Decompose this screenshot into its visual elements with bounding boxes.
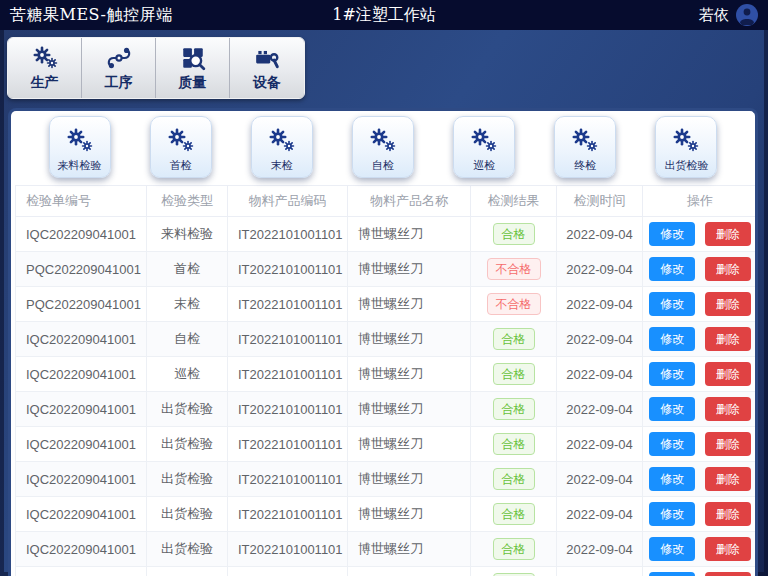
- cell-date: 2022-09-04: [557, 217, 643, 252]
- table-row: IQC202209041001 出货检验 IT2022101001101 博世螺…: [16, 392, 758, 427]
- delete-button[interactable]: 删除: [705, 432, 751, 456]
- edit-button[interactable]: 修改: [649, 257, 695, 281]
- tab-production-label: 生产: [31, 74, 59, 92]
- cell-order-no: IQC202209041001: [16, 497, 147, 532]
- col-header-date: 检测时间: [557, 186, 643, 217]
- cell-material-code: IT2022101001101: [228, 462, 348, 497]
- cell-type: 出货检验: [147, 462, 228, 497]
- delete-button[interactable]: 删除: [705, 537, 751, 561]
- user-name: 若依: [699, 6, 729, 25]
- cell-material-code: IT2022101001101: [228, 497, 348, 532]
- cell-date: 2022-09-04: [557, 497, 643, 532]
- gears-icon: [568, 126, 602, 156]
- inspection-table: 检验单编号 检验类型 物料产品编码 物料产品名称 检测结果 检测时间 操作 IQ…: [15, 185, 758, 576]
- edit-button[interactable]: 修改: [649, 572, 695, 576]
- edit-button[interactable]: 修改: [649, 537, 695, 561]
- cell-material-name: 博世螺丝刀: [348, 217, 471, 252]
- result-badge: 不合格: [487, 293, 541, 315]
- table-row: IQC202209041001 自检 IT2022101001101 博世螺丝刀…: [16, 322, 758, 357]
- cell-material-name: 博世螺丝刀: [348, 252, 471, 287]
- delete-button[interactable]: 删除: [705, 572, 751, 576]
- user-menu[interactable]: 若依: [699, 4, 758, 26]
- delete-button[interactable]: 删除: [705, 222, 751, 246]
- col-header-actions: 操作: [643, 186, 758, 217]
- cell-date: 2022-09-04: [557, 427, 643, 462]
- cell-order-no: IQC202209041001: [16, 462, 147, 497]
- tab-equipment-label: 设备: [253, 74, 281, 92]
- inspection-type-button[interactable]: 自检: [352, 116, 414, 178]
- inspection-type-button[interactable]: 出货检验: [655, 116, 717, 178]
- edit-button[interactable]: 修改: [649, 467, 695, 491]
- user-avatar-icon[interactable]: [736, 4, 758, 26]
- cell-material-name: 博世螺丝刀: [348, 427, 471, 462]
- result-badge: 合格: [493, 538, 535, 560]
- col-header-material-code: 物料产品编码: [228, 186, 348, 217]
- cell-material-code: IT2022101001101: [228, 427, 348, 462]
- delete-button[interactable]: 删除: [705, 502, 751, 526]
- cell-type: 出货检验: [147, 427, 228, 462]
- tab-equipment[interactable]: 设备: [230, 38, 304, 98]
- production-gears-icon: [30, 44, 60, 72]
- edit-button[interactable]: 修改: [649, 432, 695, 456]
- cell-type: 出货检验: [147, 567, 228, 576]
- tab-production[interactable]: 生产: [8, 38, 82, 98]
- inspection-type-button[interactable]: 巡检: [453, 116, 515, 178]
- cell-material-code: IT2022101001101: [228, 322, 348, 357]
- tab-process[interactable]: 工序: [82, 38, 156, 98]
- cell-material-name: 博世螺丝刀: [348, 532, 471, 567]
- app-title: 苦糖果MES-触控屏端: [10, 5, 173, 26]
- process-flow-icon: [105, 44, 133, 72]
- edit-button[interactable]: 修改: [649, 222, 695, 246]
- cell-material-code: IT2022101001101: [228, 252, 348, 287]
- col-header-type: 检验类型: [147, 186, 228, 217]
- col-header-material-name: 物料产品名称: [348, 186, 471, 217]
- inspection-type-label: 出货检验: [664, 158, 708, 173]
- result-badge: 合格: [493, 503, 535, 525]
- delete-button[interactable]: 删除: [705, 327, 751, 351]
- cell-material-code: IT2022101001101: [228, 532, 348, 567]
- cell-material-name: 博世螺丝刀: [348, 287, 471, 322]
- cell-material-code: IT2022101001101: [228, 217, 348, 252]
- result-badge: 合格: [493, 433, 535, 455]
- delete-button[interactable]: 删除: [705, 397, 751, 421]
- cell-material-name: 博世螺丝刀: [348, 357, 471, 392]
- cell-material-name: 博世螺丝刀: [348, 322, 471, 357]
- inspection-type-button[interactable]: 终检: [554, 116, 616, 178]
- tab-quality-label: 质量: [179, 74, 207, 92]
- inspection-type-button[interactable]: 末检: [251, 116, 313, 178]
- cell-date: 2022-09-04: [557, 532, 643, 567]
- edit-button[interactable]: 修改: [649, 327, 695, 351]
- quality-search-icon: [180, 44, 206, 72]
- gears-icon: [467, 126, 501, 156]
- table-row: IQC202209041001 出货检验 IT2022101001101 博世螺…: [16, 462, 758, 497]
- inspection-type-label: 自检: [372, 158, 394, 173]
- result-badge: 合格: [493, 363, 535, 385]
- cell-type: 自检: [147, 322, 228, 357]
- tab-quality[interactable]: 质量: [156, 38, 230, 98]
- cell-date: 2022-09-04: [557, 357, 643, 392]
- edit-button[interactable]: 修改: [649, 502, 695, 526]
- cell-order-no: IQC202209041001: [16, 322, 147, 357]
- table-row: IQC202209041001 巡检 IT2022101001101 博世螺丝刀…: [16, 357, 758, 392]
- inspection-type-button[interactable]: 首检: [150, 116, 212, 178]
- delete-button[interactable]: 删除: [705, 467, 751, 491]
- table-row: IQC202209041001 出货检验 IT2022101001101 博世螺…: [16, 567, 758, 576]
- cell-material-name: 博世螺丝刀: [348, 392, 471, 427]
- cell-order-no: IQC202209041001: [16, 217, 147, 252]
- table-body: IQC202209041001 来料检验 IT2022101001101 博世螺…: [16, 217, 758, 576]
- gears-icon: [63, 126, 97, 156]
- delete-button[interactable]: 删除: [705, 362, 751, 386]
- cell-order-no: IQC202209041001: [16, 567, 147, 576]
- table-header-row: 检验单编号 检验类型 物料产品编码 物料产品名称 检测结果 检测时间 操作: [16, 186, 758, 217]
- edit-button[interactable]: 修改: [649, 292, 695, 316]
- edit-button[interactable]: 修改: [649, 397, 695, 421]
- equipment-machine-icon: [253, 44, 281, 72]
- cell-date: 2022-09-04: [557, 287, 643, 322]
- cell-date: 2022-09-04: [557, 462, 643, 497]
- inspection-type-button[interactable]: 来料检验: [49, 116, 111, 178]
- delete-button[interactable]: 删除: [705, 292, 751, 316]
- cell-material-name: 博世螺丝刀: [348, 497, 471, 532]
- edit-button[interactable]: 修改: [649, 362, 695, 386]
- cell-material-name: 博世螺丝刀: [348, 462, 471, 497]
- delete-button[interactable]: 删除: [705, 257, 751, 281]
